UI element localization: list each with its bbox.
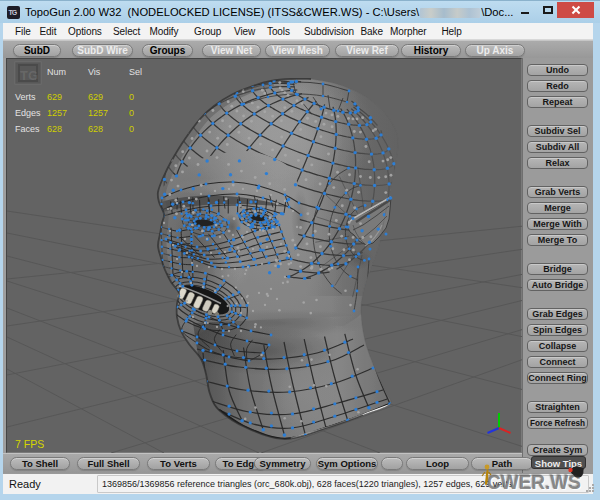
svg-text:628: 628 <box>47 124 62 134</box>
svg-text:1257: 1257 <box>47 108 67 118</box>
svg-text:Sel: Sel <box>129 67 142 77</box>
svg-text:Edges: Edges <box>15 108 41 118</box>
svg-text:TG: TG <box>20 68 38 83</box>
svg-text:629: 629 <box>47 92 62 102</box>
svg-text:0: 0 <box>129 124 134 134</box>
svg-text:Faces: Faces <box>15 124 40 134</box>
svg-text:Verts: Verts <box>15 92 36 102</box>
svg-text:0: 0 <box>129 92 134 102</box>
svg-text:629: 629 <box>88 92 103 102</box>
svg-text:628: 628 <box>88 124 103 134</box>
svg-text:1257: 1257 <box>88 108 108 118</box>
svg-text:Num: Num <box>47 67 66 77</box>
svg-text:7 FPS: 7 FPS <box>15 438 44 450</box>
svg-text:Vis: Vis <box>88 67 101 77</box>
svg-text:0: 0 <box>129 108 134 118</box>
